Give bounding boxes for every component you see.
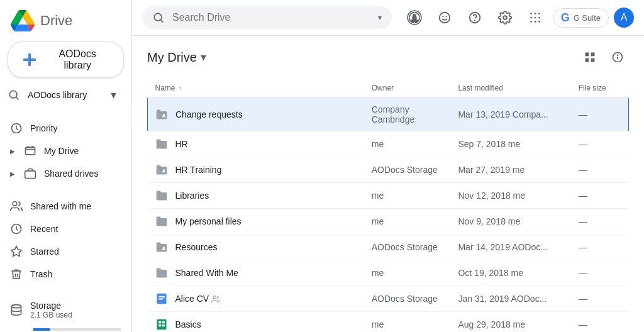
- file-name: Resources: [175, 242, 218, 252]
- col-header-owner[interactable]: Owner: [364, 79, 451, 98]
- svg-point-44: [213, 296, 216, 299]
- file-size: —: [571, 98, 629, 131]
- file-owner: me: [364, 260, 451, 286]
- file-modified: Nov 12, 2018 me: [450, 183, 570, 209]
- content-actions: [579, 46, 629, 69]
- gsuite-text: G Suite: [574, 13, 601, 23]
- search-input[interactable]: [172, 12, 370, 23]
- file-table-body: Change requests Company Cambridge Mar 13…: [148, 98, 629, 333]
- sidebar-item-storage[interactable]: Storage 2.1 GB used: [0, 296, 126, 324]
- main-area: ▾: [132, 0, 644, 332]
- file-name-cell[interactable]: Resources: [148, 235, 364, 260]
- priority-label: Priority: [30, 123, 58, 133]
- file-size: —: [571, 157, 629, 183]
- shared-with-me-label: Shared with me: [30, 201, 91, 211]
- sidebar-item-trash[interactable]: Trash: [0, 263, 126, 285]
- file-name: Alice CV: [175, 294, 221, 304]
- gsuite-g-icon: G: [561, 11, 570, 25]
- storage-bar-container: [0, 324, 131, 332]
- file-owner: me: [364, 183, 451, 209]
- svg-rect-40: [157, 294, 166, 304]
- file-modified: Oct 19, 2018 me: [450, 260, 570, 286]
- file-name-cell[interactable]: Libraries: [148, 183, 364, 209]
- table-row[interactable]: HR Training AODocs Storage Mar 27, 2019 …: [148, 157, 629, 183]
- sidebar-item-recent[interactable]: Recent: [0, 218, 126, 240]
- svg-rect-45: [157, 319, 166, 330]
- title-dropdown-icon[interactable]: ▾: [201, 50, 206, 64]
- table-row[interactable]: My personal files me Nov 9, 2018 me —: [148, 209, 629, 235]
- storage-bar: [33, 328, 121, 331]
- apps-icon[interactable]: [523, 5, 548, 30]
- file-name-cell[interactable]: HR Training: [148, 157, 364, 183]
- storage-info: Storage 2.1 GB used: [30, 301, 72, 319]
- svg-rect-5: [25, 171, 36, 179]
- svg-rect-1: [23, 58, 36, 61]
- table-row[interactable]: Basics me Aug 29, 2018 me —: [148, 312, 629, 333]
- sidebar-item-aodocs[interactable]: AODocs library ▾: [0, 83, 126, 107]
- table-row[interactable]: Libraries me Nov 12, 2018 me —: [148, 183, 629, 209]
- file-owner: AODocs Storage: [364, 157, 451, 183]
- sidebar-item-shared-drives[interactable]: ▶ Shared drives: [0, 162, 126, 185]
- gsuite-badge[interactable]: G G Suite: [553, 8, 609, 28]
- file-name-cell[interactable]: My personal files: [148, 209, 364, 235]
- file-type-icon: [155, 241, 168, 253]
- svg-point-25: [534, 17, 536, 19]
- table-row[interactable]: Change requests Company Cambridge Mar 13…: [148, 98, 629, 131]
- sidebar: Drive AODocs library AODocs library ▾: [0, 0, 132, 332]
- file-size: —: [571, 286, 629, 312]
- info-icon[interactable]: [606, 46, 629, 69]
- search-box[interactable]: ▾: [142, 6, 392, 29]
- col-header-size[interactable]: File size: [571, 79, 629, 98]
- shared-drives-label: Shared drives: [44, 169, 98, 179]
- svg-rect-42: [158, 297, 165, 298]
- logo-text: Drive: [40, 13, 72, 29]
- avatar[interactable]: A: [614, 8, 634, 28]
- file-size: —: [571, 260, 629, 286]
- file-modified: Jan 31, 2019 AODoc...: [450, 286, 570, 312]
- file-size: —: [571, 183, 629, 209]
- recent-label: Recent: [30, 224, 58, 234]
- content-title[interactable]: My Drive ▾: [147, 50, 206, 65]
- file-table: Name ↑ Owner Last modified File size: [147, 79, 629, 332]
- file-name-cell[interactable]: Change requests: [148, 98, 364, 131]
- file-owner: me: [364, 209, 451, 235]
- settings-icon[interactable]: [492, 5, 518, 30]
- my-drive-label: My Drive: [44, 146, 79, 156]
- emoji-icon[interactable]: [432, 5, 457, 30]
- file-name: My personal files: [175, 216, 242, 226]
- file-owner: Company Cambridge: [364, 98, 451, 131]
- support-icon[interactable]: [402, 5, 427, 30]
- file-name: Shared With Me: [175, 268, 238, 278]
- table-row[interactable]: HR me Sep 7, 2018 me —: [148, 131, 629, 157]
- col-header-modified[interactable]: Last modified: [450, 79, 570, 98]
- file-name: Change requests: [175, 109, 243, 119]
- file-name-cell[interactable]: Alice CV: [148, 286, 364, 312]
- sidebar-item-my-drive[interactable]: ▶ My Drive: [0, 140, 126, 162]
- meet-icon: [407, 10, 422, 25]
- sidebar-item-starred[interactable]: Starred: [0, 240, 126, 263]
- file-type-icon: [155, 138, 168, 150]
- file-modified: Sep 7, 2018 me: [450, 131, 570, 157]
- sidebar-item-shared-with-me[interactable]: Shared with me: [0, 195, 126, 218]
- search-dropdown-icon[interactable]: ▾: [378, 13, 382, 22]
- table-row[interactable]: Shared With Me me Oct 19, 2018 me —: [148, 260, 629, 286]
- trash-label: Trash: [30, 269, 52, 279]
- file-type-icon: [155, 292, 168, 305]
- sort-icon: ↑: [179, 85, 182, 92]
- table-row[interactable]: Alice CV AODocs Storage Jan 31, 2019 AOD…: [148, 286, 629, 312]
- col-header-name[interactable]: Name ↑: [148, 79, 364, 98]
- svg-point-10: [154, 13, 162, 21]
- file-name-cell[interactable]: Shared With Me: [148, 260, 364, 286]
- svg-point-9: [12, 305, 21, 308]
- file-size: —: [571, 312, 629, 333]
- table-row[interactable]: Resources AODocs Storage Mar 14, 2019 AO…: [148, 235, 629, 260]
- storage-bar-fill: [33, 328, 50, 331]
- help-icon[interactable]: [462, 5, 487, 30]
- file-name-cell[interactable]: HR: [148, 131, 364, 157]
- svg-rect-31: [591, 53, 595, 57]
- file-name-cell[interactable]: Basics: [148, 312, 364, 333]
- logo-area: Drive: [0, 5, 131, 42]
- new-button[interactable]: AODocs library: [8, 42, 124, 78]
- sidebar-item-priority[interactable]: Priority: [0, 117, 126, 140]
- grid-view-icon[interactable]: [579, 46, 601, 69]
